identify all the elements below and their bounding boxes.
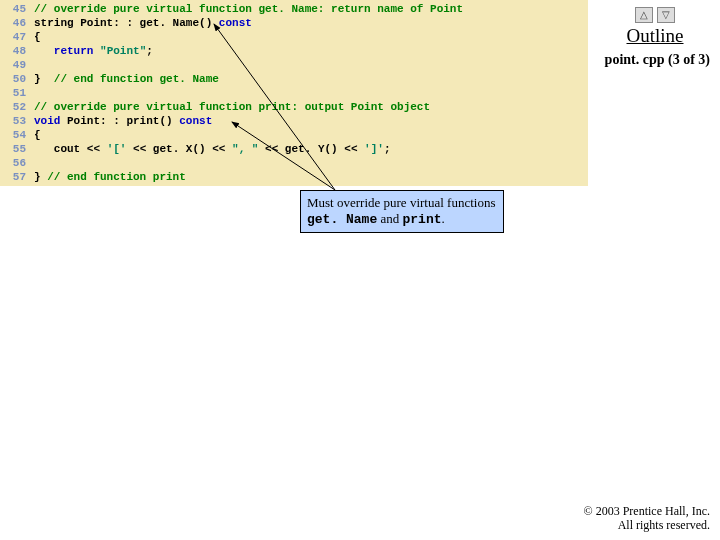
code-text: string Point: : get. Name() const xyxy=(34,16,252,30)
line-number: 52 xyxy=(0,100,34,114)
code-text: { xyxy=(34,30,41,44)
line-number: 54 xyxy=(0,128,34,142)
code-line: 52// override pure virtual function prin… xyxy=(0,100,588,114)
code-line: 47{ xyxy=(0,30,588,44)
line-number: 47 xyxy=(0,30,34,44)
outline-panel: △ ▽ Outline xyxy=(600,4,710,47)
line-number: 48 xyxy=(0,44,34,58)
code-text: cout << '[' << get. X() << ", " << get. … xyxy=(34,142,391,156)
copyright-line1: © 2003 Prentice Hall, Inc. xyxy=(584,504,710,518)
line-number: 51 xyxy=(0,86,34,100)
callout-text-pre: Must override pure virtual functions xyxy=(307,195,495,210)
code-line: 51 xyxy=(0,86,588,100)
code-line: 57} // end function print xyxy=(0,170,588,184)
code-line: 56 xyxy=(0,156,588,170)
code-line: 54{ xyxy=(0,128,588,142)
code-line: 55 cout << '[' << get. X() << ", " << ge… xyxy=(0,142,588,156)
callout-box: Must override pure virtual functions get… xyxy=(300,190,504,233)
code-line: 48 return "Point"; xyxy=(0,44,588,58)
code-text: { xyxy=(34,128,41,142)
page-indicator: point. cpp (3 of 3) xyxy=(605,52,710,68)
line-number: 45 xyxy=(0,2,34,16)
code-line: 53void Point: : print() const xyxy=(0,114,588,128)
callout-text-mid: and xyxy=(377,211,402,226)
line-number: 53 xyxy=(0,114,34,128)
outline-title: Outline xyxy=(600,25,710,47)
code-text: // override pure virtual function get. N… xyxy=(34,2,463,16)
callout-fn2: print xyxy=(403,212,442,227)
code-line: 49 xyxy=(0,58,588,72)
nav-buttons: △ ▽ xyxy=(600,4,710,23)
code-text: return "Point"; xyxy=(34,44,153,58)
code-line: 50} // end function get. Name xyxy=(0,72,588,86)
callout-fn1: get. Name xyxy=(307,212,377,227)
code-line: 45// override pure virtual function get.… xyxy=(0,2,588,16)
code-text: } // end function print xyxy=(34,170,186,184)
nav-up-button[interactable]: △ xyxy=(635,7,653,23)
code-text: // override pure virtual function print:… xyxy=(34,100,430,114)
copyright: © 2003 Prentice Hall, Inc. All rights re… xyxy=(584,504,710,532)
line-number: 56 xyxy=(0,156,34,170)
copyright-line2: All rights reserved. xyxy=(584,518,710,532)
code-block: 45// override pure virtual function get.… xyxy=(0,0,588,186)
line-number: 57 xyxy=(0,170,34,184)
code-line: 46string Point: : get. Name() const xyxy=(0,16,588,30)
callout-text-post: . xyxy=(442,211,445,226)
code-text: void Point: : print() const xyxy=(34,114,212,128)
line-number: 50 xyxy=(0,72,34,86)
nav-down-button[interactable]: ▽ xyxy=(657,7,675,23)
line-number: 55 xyxy=(0,142,34,156)
code-text: } // end function get. Name xyxy=(34,72,219,86)
line-number: 49 xyxy=(0,58,34,72)
line-number: 46 xyxy=(0,16,34,30)
